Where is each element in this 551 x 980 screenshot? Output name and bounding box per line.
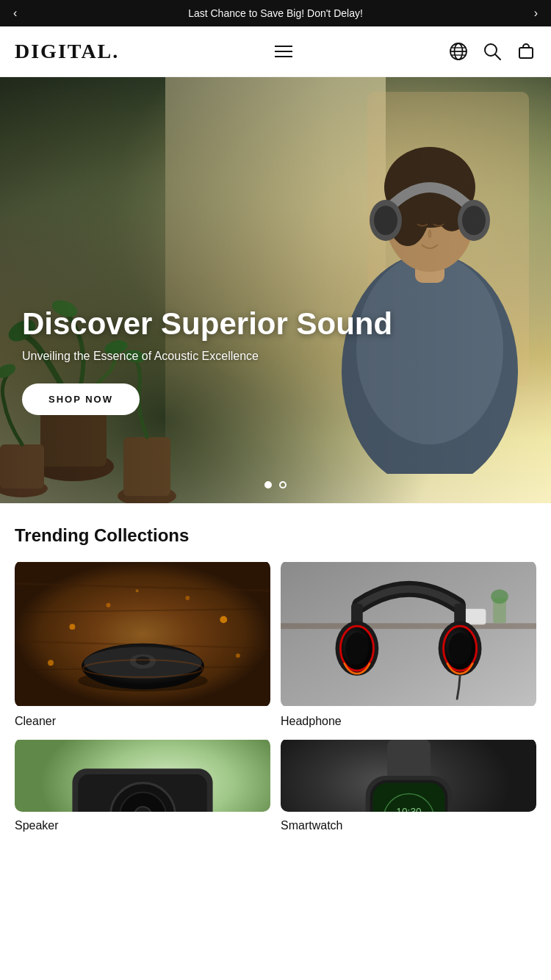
collection-image-cleaner — [15, 561, 270, 707]
hero-section: Discover Superior Sound Unveiling the Es… — [0, 77, 551, 503]
announcement-next-button[interactable]: › — [528, 1, 544, 26]
svg-rect-51 — [281, 623, 536, 629]
svg-point-38 — [106, 603, 110, 608]
globe-icon[interactable] — [448, 41, 469, 62]
collection-label-smartwatch: Smartwatch — [281, 819, 342, 832]
svg-line-6 — [495, 54, 500, 60]
svg-point-42 — [185, 596, 190, 600]
collection-image-speaker — [15, 738, 270, 812]
logo[interactable]: DIGITAL. — [15, 40, 119, 63]
hero-content: Discover Superior Sound Unveiling the Es… — [22, 307, 392, 415]
collection-label-cleaner: Cleaner — [15, 715, 56, 727]
hamburger-line — [275, 46, 292, 47]
carousel-dots — [264, 481, 287, 489]
svg-point-40 — [236, 653, 240, 657]
header-icons — [448, 41, 536, 62]
svg-text:10:30: 10:30 — [396, 807, 422, 812]
svg-point-41 — [48, 660, 54, 666]
collection-card-headphone[interactable]: Headphone — [281, 561, 536, 728]
hero-background — [0, 77, 551, 503]
collections-grid: Cleaner — [15, 561, 536, 832]
hamburger-menu-button[interactable] — [272, 43, 295, 60]
svg-point-63 — [345, 633, 368, 664]
svg-rect-54 — [464, 609, 486, 625]
hero-subtitle: Unveiling the Essence of Acoustic Excell… — [22, 350, 392, 363]
collection-image-headphone — [281, 561, 536, 707]
hero-overlay — [0, 77, 551, 503]
hamburger-line — [275, 51, 292, 52]
header: DIGITAL. — [0, 26, 551, 77]
svg-point-39 — [220, 616, 227, 623]
hamburger-line — [275, 56, 292, 57]
trending-section-title: Trending Collections — [15, 525, 536, 546]
svg-point-53 — [491, 589, 508, 604]
collection-card-smartwatch[interactable]: 10:30 MON 24 Smartwatch — [281, 738, 536, 832]
announcement-text: Last Chance to Save Big! Don't Delay! — [188, 7, 363, 19]
svg-point-37 — [70, 624, 76, 630]
collection-image-smartwatch: 10:30 MON 24 — [281, 738, 536, 812]
announcement-bar: ‹ Last Chance to Save Big! Don't Delay! … — [0, 0, 551, 26]
collection-card-cleaner[interactable]: Cleaner — [15, 561, 270, 728]
carousel-dot-1[interactable] — [264, 481, 272, 489]
trending-collections-section: Trending Collections — [0, 503, 551, 832]
hero-title: Discover Superior Sound — [22, 307, 392, 341]
svg-point-43 — [136, 589, 139, 592]
svg-point-64 — [448, 633, 471, 664]
collection-label-headphone: Headphone — [281, 715, 342, 727]
shop-now-button[interactable]: SHOP NOW — [22, 383, 140, 415]
collection-card-speaker[interactable]: Speaker — [15, 738, 270, 832]
search-icon[interactable] — [482, 41, 503, 62]
carousel-dot-2[interactable] — [279, 481, 287, 489]
svg-rect-7 — [519, 48, 533, 58]
announcement-prev-button[interactable]: ‹ — [7, 1, 23, 26]
cart-icon[interactable] — [516, 41, 536, 62]
collection-label-speaker: Speaker — [15, 819, 59, 832]
